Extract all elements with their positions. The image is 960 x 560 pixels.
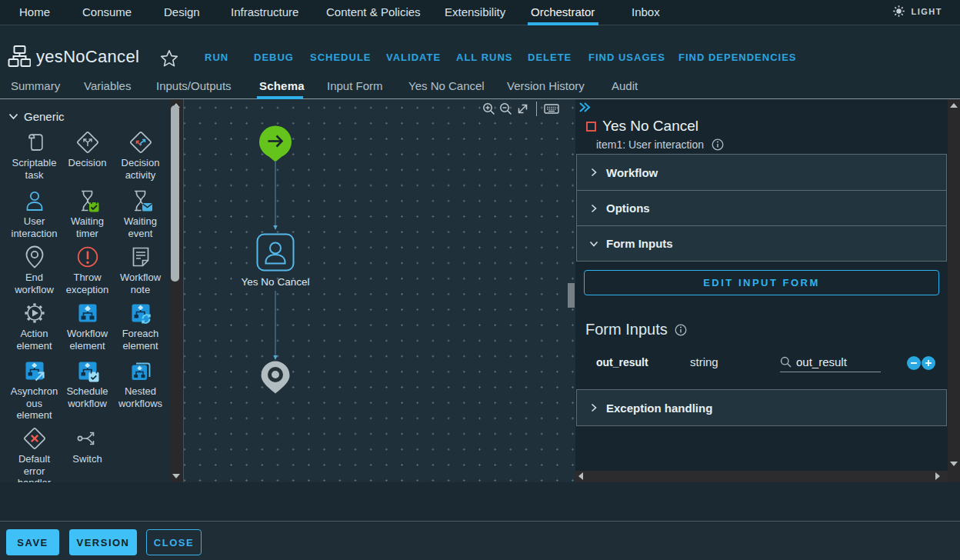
palette-item-workflow-note[interactable]: Workflow note <box>114 244 167 300</box>
top-navigation: Home Consume Design Infrastructure Conte… <box>0 0 960 25</box>
form-inputs-heading-row: Form Inputs <box>585 321 687 338</box>
palette-item-label: Throw exception <box>62 272 113 295</box>
palette-item-nested-workflows[interactable]: Nested workflows <box>114 358 167 425</box>
decision-activity-icon <box>128 130 153 155</box>
palette-item-decision[interactable]: Decision <box>61 129 114 188</box>
palette-item-decision-activity[interactable]: Decision activity <box>114 129 167 188</box>
section-options[interactable]: Options <box>577 190 946 225</box>
keyboard-icon[interactable] <box>544 103 559 115</box>
info-icon[interactable] <box>675 324 687 336</box>
tab-inputs-outputs[interactable]: Inputs/Outputs <box>156 79 232 92</box>
palette-scrollbar[interactable] <box>170 99 182 482</box>
form-input-value[interactable] <box>796 355 873 368</box>
expand-icon[interactable] <box>516 102 529 115</box>
form-input-value-field[interactable] <box>780 352 881 372</box>
palette-item-scriptable-task[interactable]: Scriptable task <box>8 129 61 188</box>
nav-item-orchestrator[interactable]: Orchestrator <box>531 5 595 18</box>
palette-item-label: Nested workflows <box>115 385 166 409</box>
palette-item-foreach-element[interactable]: Foreach element <box>114 300 167 358</box>
chevron-down-icon <box>588 238 599 249</box>
action-validate[interactable]: VALIDATE <box>386 52 441 63</box>
palette-item-default-error-handler[interactable]: Default error handler <box>8 425 61 482</box>
version-button[interactable]: VERSION <box>69 529 137 555</box>
action-find-dependencies[interactable]: FIND DEPENDENCIES <box>678 52 797 63</box>
palette-item-schedule-workflow[interactable]: Schedule workflow <box>61 358 114 425</box>
close-button[interactable]: CLOSE <box>146 529 202 555</box>
palette-item-label: Action element <box>8 328 60 352</box>
palette-item-waiting-event[interactable]: Waiting event <box>114 188 167 244</box>
action-debug[interactable]: DEBUG <box>254 52 294 63</box>
scroll-down-arrow-icon[interactable] <box>950 462 958 466</box>
star-icon[interactable] <box>160 49 178 67</box>
panel-accordion-exception: Exception handling <box>576 389 947 426</box>
action-run[interactable]: RUN <box>205 52 228 63</box>
remove-input-button[interactable] <box>907 356 921 370</box>
tab-schema[interactable]: Schema <box>259 79 305 92</box>
add-input-button[interactable] <box>922 356 935 370</box>
theme-toggle[interactable]: LIGHT <box>893 5 943 17</box>
action-schedule[interactable]: SCHEDULE <box>310 52 372 63</box>
palette-section-label: Generic <box>24 110 65 123</box>
edit-input-form-button[interactable]: EDIT INPUT FORM <box>584 270 939 295</box>
end-node[interactable] <box>259 360 292 394</box>
decision-icon <box>75 130 100 155</box>
palette-item-action-element[interactable]: Action element <box>8 300 61 358</box>
foreach-element-icon <box>128 301 153 325</box>
nav-item-content-policies[interactable]: Content & Policies <box>326 5 421 18</box>
palette-item-user-interaction[interactable]: User interaction <box>8 188 61 244</box>
tab-variables[interactable]: Variables <box>84 79 131 92</box>
workflow-title: yesNoCancel <box>36 47 139 67</box>
zoom-in-icon[interactable] <box>482 102 495 115</box>
scroll-up-arrow-icon[interactable] <box>950 103 958 108</box>
palette-section-generic[interactable]: Generic <box>8 110 65 123</box>
nav-item-extensibility[interactable]: Extensibility <box>445 5 505 18</box>
action-all-runs[interactable]: ALL RUNS <box>456 52 512 63</box>
user-interaction-node[interactable] <box>256 233 295 272</box>
palette-item-label: Waiting event <box>115 215 166 239</box>
action-delete[interactable]: DELETE <box>528 52 572 63</box>
section-workflow[interactable]: Workflow <box>577 155 946 190</box>
tab-summary[interactable]: Summary <box>11 79 60 92</box>
palette-item-switch[interactable]: Switch <box>61 425 114 482</box>
panel-subtitle-row: item1: User interaction <box>596 138 724 151</box>
palette-item-workflow-element[interactable]: Workflow element <box>61 300 114 358</box>
palette-item-waiting-timer[interactable]: Waiting timer <box>61 188 114 244</box>
section-label: Workflow <box>606 166 658 179</box>
nav-item-design[interactable]: Design <box>164 5 200 18</box>
nav-item-inbox[interactable]: Inbox <box>632 5 660 18</box>
tab-audit[interactable]: Audit <box>612 79 638 92</box>
save-button[interactable]: SAVE <box>6 529 59 555</box>
tab-input-form[interactable]: Input Form <box>327 79 383 92</box>
panel-horizontal-scrollbar[interactable] <box>575 471 948 482</box>
footer-bar: SAVE VERSION CLOSE <box>0 521 960 560</box>
palette-item-label: Waiting timer <box>62 215 113 239</box>
palette-item-end-workflow[interactable]: End workflow <box>8 244 61 300</box>
schema-canvas[interactable]: Yes No Cancel <box>183 99 575 482</box>
scroll-down-arrow-icon[interactable] <box>172 474 180 478</box>
start-node[interactable] <box>258 125 293 162</box>
chevron-right-icon <box>588 203 599 214</box>
palette-item-label: Default error handler <box>8 453 60 482</box>
zoom-out-icon[interactable] <box>499 102 512 115</box>
section-label: Options <box>606 202 650 215</box>
palette-item-throw-exception[interactable]: Throw exception <box>61 244 114 300</box>
nav-item-home[interactable]: Home <box>19 5 50 18</box>
nav-item-infrastructure[interactable]: Infrastructure <box>231 5 298 18</box>
palette-item-asynchronous-element[interactable]: Asynchronous element <box>8 358 61 425</box>
switch-icon <box>75 426 100 451</box>
info-icon[interactable] <box>712 138 724 151</box>
section-exception-handling[interactable]: Exception handling <box>577 390 946 425</box>
action-find-usages[interactable]: FIND USAGES <box>588 52 665 63</box>
panel-collapse-button[interactable] <box>578 102 591 116</box>
orchestrator-app: Home Consume Design Infrastructure Conte… <box>0 0 960 560</box>
scroll-right-arrow-icon[interactable] <box>935 472 940 480</box>
tab-yes-no-cancel[interactable]: Yes No Cancel <box>408 79 485 92</box>
palette-scrollbar-thumb[interactable] <box>171 105 179 282</box>
tab-version-history[interactable]: Version History <box>507 79 585 92</box>
panel-vertical-scrollbar[interactable] <box>948 99 960 482</box>
section-form-inputs[interactable]: Form Inputs <box>577 225 946 261</box>
nav-item-consume[interactable]: Consume <box>82 5 132 18</box>
sun-icon <box>893 5 905 17</box>
scroll-left-arrow-icon[interactable] <box>578 472 583 480</box>
canvas-scrollbar-thumb[interactable] <box>568 283 575 308</box>
